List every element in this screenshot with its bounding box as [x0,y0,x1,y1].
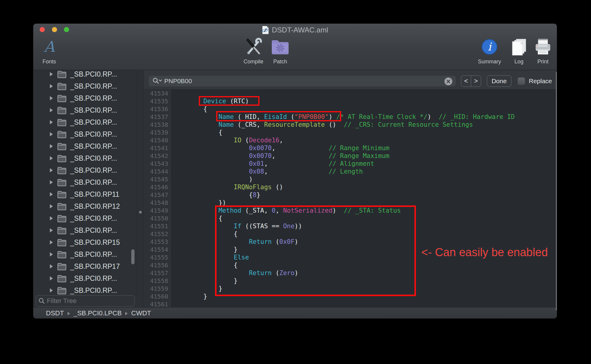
code-line: IRQNoFlags () [173,183,557,191]
line-number: 41538 [144,121,168,129]
tree-item[interactable]: _SB.PCI0.RP... [33,176,137,188]
tree-item[interactable]: _SB.PCI0.RP... [33,128,137,140]
disclosure-triangle-icon[interactable] [50,96,53,100]
disclosure-triangle-icon[interactable] [50,252,53,256]
fonts-icon: A [44,39,55,54]
line-number: 41555 [144,253,168,261]
tree-item[interactable]: _SB.PCI0.RP12 [33,200,137,212]
search-menu-icon[interactable] [152,77,162,85]
code-line: If ((STAS == One)) [173,222,557,230]
line-number: 41554 [144,246,168,253]
folder-icon [57,82,67,90]
toolbar-fonts-button[interactable]: A Fonts [33,37,66,68]
tree-item[interactable]: _SB.PCI0.RP11 [33,188,137,200]
find-previous-button[interactable]: < [461,76,471,86]
code-line: Name (_CRS, ResourceTemplate () // _CRS:… [173,121,557,129]
maciasl-window: DSDT-AWAC.aml A Fonts Compile [33,23,557,319]
tree-item-label: _SB.PCI0.RP... [70,154,117,162]
patch-label: Patch [264,59,297,65]
clear-search-button[interactable]: ✕ [444,77,452,85]
window-title: DSDT-AWAC.aml [272,26,328,34]
code-text[interactable]: Device (RTC) { Name (_HID, EisaId ("PNP0… [171,89,557,307]
line-number: 41540 [144,136,168,144]
disclosure-triangle-icon[interactable] [50,132,53,136]
code-line: Method (_STA, 0, NotSerialized) // _STA:… [173,207,557,214]
tree-item-label: _SB.PCI0.RP... [70,287,117,295]
breadcrumb-item[interactable]: CWDT [131,309,151,317]
tree-item[interactable]: _SB.PCI0.RP... [33,104,137,116]
code-editor[interactable]: 4153441535415364153741538415394154041541… [144,89,557,307]
search-field[interactable]: ✕ [148,75,456,87]
line-number-gutter: 4153441535415364153741538415394154041541… [144,89,171,307]
tree-item[interactable]: _SB.PCI0.RP... [33,224,137,236]
find-prev-next-control: < > [461,75,481,87]
tree-item[interactable]: _SB.PCI0.RP17 [33,260,137,272]
find-bar: ✕ < > Done Replace [144,70,557,89]
line-number: 41557 [144,269,168,277]
disclosure-triangle-icon[interactable] [50,84,53,88]
tree-item[interactable]: _SB.PCI0.RP... [33,164,137,176]
replace-control: Replace [517,75,552,87]
disclosure-triangle-icon[interactable] [50,240,53,244]
toolbar-print-button[interactable]: Print [526,37,557,68]
line-number: 41556 [144,261,168,269]
replace-checkbox[interactable] [517,77,525,85]
toolbar-patch-button[interactable]: Patch [264,37,297,68]
tree-item[interactable]: _SB.PCI0.RP... [33,272,137,284]
disclosure-triangle-icon[interactable] [50,204,53,208]
folder-icon [57,214,67,223]
code-line: IO (Decode16, [173,136,557,144]
toolbar-summary-button[interactable]: i Summary [473,37,506,68]
tree-item[interactable]: _SB.PCI0.RP... [33,248,137,260]
tree-item[interactable]: _SB.PCI0.RP... [33,92,137,104]
editor-scrollbar[interactable] [556,72,557,311]
filter-field[interactable] [36,295,135,307]
line-number: 41542 [144,152,168,160]
disclosure-triangle-icon[interactable] [50,264,53,268]
done-button[interactable]: Done [487,75,511,87]
disclosure-triangle-icon[interactable] [50,168,53,172]
pane-splitter[interactable] [137,70,144,307]
breadcrumb-item[interactable]: _SB.PCI0.LPCB [74,309,122,317]
sidebar-scrollbar-thumb[interactable] [131,249,135,264]
tree-item[interactable]: _SB.PCI0.RP... [33,140,137,152]
line-number: 41553 [144,238,168,246]
folder-icon [57,70,67,78]
search-input[interactable] [164,77,456,85]
disclosure-triangle-icon[interactable] [50,120,53,124]
editor-column: ✕ < > Done Replace 415344153541536415374… [144,70,557,307]
disclosure-triangle-icon[interactable] [50,144,53,148]
tree-item[interactable]: _SB.PCI0.RP... [33,152,137,164]
filter-tree-input[interactable] [47,297,135,305]
tree-item[interactable]: _SB.PCI0.RP... [33,116,137,128]
disclosure-triangle-icon[interactable] [50,288,53,293]
folder-icon [57,238,67,247]
disclosure-triangle-icon[interactable] [50,192,53,196]
tree-item[interactable]: _SB.PCI0.RP... [33,212,137,224]
disclosure-triangle-icon[interactable] [50,108,53,112]
breadcrumb-item[interactable]: DSDT [46,309,64,317]
tree-item[interactable]: _SB.PCI0.RP15 [33,236,137,248]
code-line: { [173,214,557,222]
disclosure-triangle-icon[interactable] [50,276,53,281]
disclosure-triangle-icon[interactable] [50,72,53,76]
tree-item-label: _SB.PCI0.RP... [70,94,117,102]
tree-item[interactable]: _SB.PCI0.RP... [33,70,137,80]
code-line: }) [173,199,557,207]
breadcrumb: DSDT_SB.PCI0.LPCBCWDT [46,309,151,317]
line-number: 41560 [144,293,168,300]
compile-tools-icon [244,37,263,56]
code-line: { [173,261,557,269]
line-number: 41545 [144,175,168,183]
disclosure-triangle-icon[interactable] [50,156,53,160]
tree-item-label: _SB.PCI0.RP... [70,82,117,90]
line-number: 41547 [144,191,168,199]
disclosure-triangle-icon[interactable] [50,228,53,232]
replace-label: Replace [529,77,552,85]
code-line: Return (Zero) [173,269,557,277]
disclosure-triangle-icon[interactable] [50,216,53,220]
disclosure-triangle-icon[interactable] [50,180,53,184]
tree-item-label: _SB.PCI0.RP... [70,178,117,187]
find-next-button[interactable]: > [471,76,481,86]
tree-item[interactable]: _SB.PCI0.RP... [33,80,137,92]
